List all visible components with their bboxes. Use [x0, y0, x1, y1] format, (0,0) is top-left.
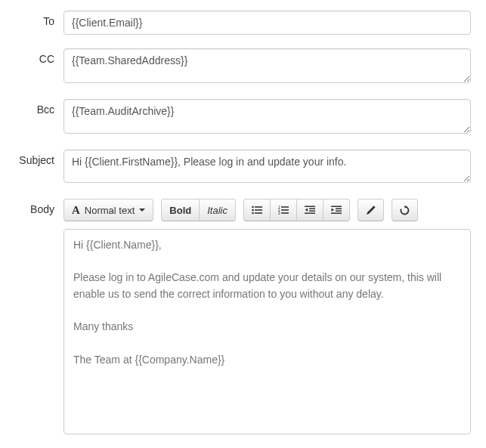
svg-rect-5 [255, 212, 262, 214]
svg-marker-16 [305, 209, 308, 212]
caret-down-icon [139, 209, 145, 212]
svg-rect-9 [281, 209, 289, 211]
edit-source-button[interactable] [358, 199, 384, 221]
svg-rect-17 [331, 206, 342, 208]
italic-button[interactable]: Italic [199, 199, 236, 221]
svg-rect-1 [255, 206, 262, 208]
subject-label: Subject [15, 150, 63, 166]
indent-icon [331, 205, 342, 215]
pencil-icon [366, 205, 376, 215]
outdent-icon [305, 205, 315, 215]
svg-rect-12 [305, 206, 315, 208]
svg-rect-20 [331, 213, 342, 215]
text-style-dropdown[interactable]: A Normal text [63, 199, 153, 221]
svg-rect-18 [336, 209, 342, 210]
svg-marker-21 [331, 209, 334, 212]
subject-input[interactable] [63, 150, 471, 183]
cc-input[interactable] [63, 48, 471, 83]
svg-rect-11 [281, 212, 289, 214]
body-label: Body [15, 199, 63, 215]
cc-label: CC [15, 48, 63, 65]
svg-rect-19 [336, 211, 342, 212]
svg-point-2 [252, 209, 254, 212]
refresh-button[interactable] [392, 199, 418, 221]
svg-rect-7 [281, 206, 289, 208]
svg-rect-14 [309, 211, 315, 212]
list-ol-icon: 1 2 3 [278, 205, 289, 215]
svg-point-4 [252, 212, 254, 215]
font-icon: A [72, 205, 80, 216]
svg-rect-15 [305, 213, 315, 215]
body-editor[interactable]: Hi {{Client.Name}}, Please log in to Agi… [63, 229, 471, 434]
to-label: To [15, 11, 63, 27]
to-input[interactable] [63, 11, 471, 35]
svg-point-0 [252, 206, 254, 209]
svg-text:3: 3 [278, 212, 280, 215]
list-ul-icon [252, 205, 262, 215]
svg-rect-3 [255, 209, 262, 211]
bcc-label: Bcc [15, 99, 63, 116]
bold-button[interactable]: Bold [161, 199, 200, 221]
indent-button[interactable] [323, 199, 350, 221]
editor-toolbar: A Normal text Bold Italic [63, 199, 471, 221]
outdent-button[interactable] [296, 199, 323, 221]
text-style-label: Normal text [85, 205, 135, 215]
refresh-icon [400, 205, 410, 215]
ordered-list-button[interactable]: 1 2 3 [270, 199, 297, 221]
unordered-list-button[interactable] [243, 199, 271, 221]
svg-rect-13 [309, 209, 315, 210]
bcc-input[interactable] [63, 99, 471, 134]
